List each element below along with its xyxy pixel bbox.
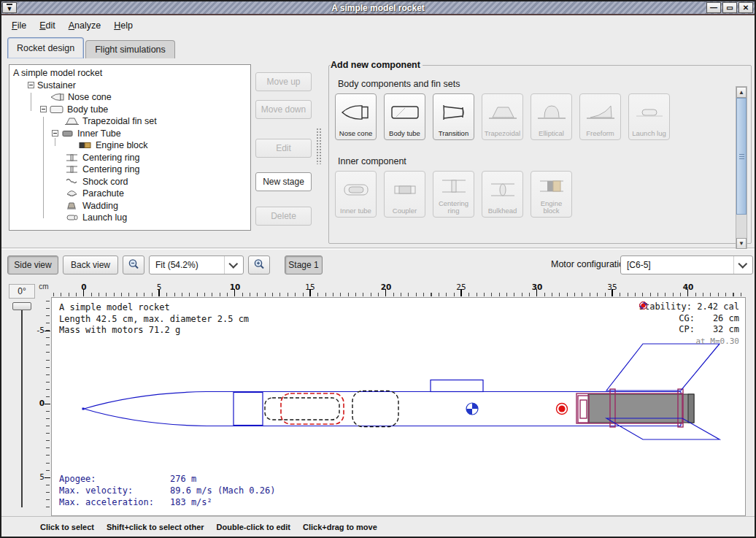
bulkhead-icon [487, 174, 519, 205]
menu-analyze[interactable]: Analyze [63, 19, 107, 32]
move-down-button[interactable]: Move down [255, 100, 312, 119]
tab-flight-simulations[interactable]: Flight simulations [85, 40, 175, 58]
edit-button[interactable]: Edit [255, 139, 312, 158]
add-inner-tube-button[interactable]: Inner tube [335, 171, 377, 218]
add-coupler-button[interactable]: Coupler [384, 171, 425, 218]
add-elliptical-fin-button[interactable]: Elliptical [531, 93, 572, 140]
launch-lug-icon [633, 96, 666, 128]
motor-configuration-value: [C6-5] [621, 260, 733, 270]
tab-rocket-design[interactable]: Rocket design [7, 37, 84, 58]
zoom-select[interactable]: Fit (54.2%) [149, 255, 244, 274]
tree-item-shock-cord[interactable]: Shock cord [9, 176, 250, 188]
menu-help[interactable]: Help [108, 19, 139, 32]
add-launch-lug-button[interactable]: Launch lug [628, 93, 670, 140]
parachute[interactable] [352, 391, 398, 427]
scroll-up-icon[interactable]: ▲ [736, 87, 747, 98]
collapse-icon[interactable] [40, 106, 47, 112]
view-toolbar: Side view Back view Fit (54.2%) Stage 1 … [1, 249, 756, 280]
tree-item-fin-set[interactable]: Trapezoidal fin set [9, 115, 250, 128]
hint-shift-click: Shift+click to select other [107, 523, 204, 531]
tree-item-inner-tube[interactable]: Inner Tube [9, 128, 250, 140]
nose-cone-icon [340, 96, 372, 128]
ruler-label: 15 [299, 283, 321, 291]
window-title: A simple model rocket [1, 3, 755, 13]
scrollbar-thumb[interactable] [736, 98, 747, 215]
rotation-slider[interactable] [21, 304, 23, 507]
chevron-down-icon [733, 256, 752, 274]
minimize-button[interactable]: — [706, 2, 721, 13]
hint-click-drag: Click+drag to move [303, 523, 377, 531]
menu-file[interactable]: File [6, 19, 32, 32]
maximize-button[interactable]: ▭ [722, 2, 737, 13]
chevron-down-icon [224, 256, 243, 274]
stability-info: Stability: 2.42 cal CG: 26 cm CP: 32 cm … [639, 301, 739, 347]
hint-double-click: Double-click to edit [217, 523, 290, 531]
tree-item-sustainer[interactable]: Sustainer [9, 80, 250, 92]
magnifier-plus-icon [253, 258, 265, 270]
add-freeform-fin-button[interactable]: Freeform [579, 93, 621, 140]
add-centering-ring-button[interactable]: Centering ring [433, 171, 474, 218]
nose-cone-icon [50, 93, 65, 101]
new-stage-button[interactable]: New stage [255, 172, 312, 191]
body-components-label: Body components and fin sets [338, 79, 460, 89]
scroll-down-icon[interactable]: ▼ [736, 238, 747, 249]
add-transition-button[interactable]: Transition [433, 93, 474, 140]
add-nose-cone-button[interactable]: Nose cone [335, 93, 377, 140]
launch-lug-icon [65, 213, 80, 222]
stage-1-toggle[interactable]: Stage 1 [285, 255, 323, 274]
cp-icon [639, 301, 647, 310]
add-component-panel: Add new component Body components and fi… [328, 60, 752, 244]
component-tree[interactable]: A simple model rocket Sustainer Nose con… [9, 64, 251, 231]
rocket-design-panel: A simple model rocket Sustainer Nose con… [1, 58, 756, 248]
freeform-fin-icon [585, 96, 617, 128]
scrollbar[interactable]: ▲ ▼ [736, 86, 747, 250]
cp-marker [557, 404, 568, 415]
launch-lug[interactable] [431, 380, 483, 392]
cp-label: CP: [679, 324, 695, 336]
ruler-label: 20 [375, 283, 397, 291]
horizontal-ruler: 0 5 10 15 20 25 30 35 40 [51, 283, 746, 297]
tree-item-engine-block[interactable]: Engine block [9, 139, 250, 152]
tab-strip: Rocket design Flight simulations [1, 34, 755, 58]
tree-item-wadding[interactable]: Wadding [9, 200, 250, 212]
ruler-label: 0 [30, 399, 45, 407]
collapse-icon[interactable] [28, 82, 34, 88]
stability-value: Stability: 2.42 cal [639, 301, 739, 313]
tree-item-body-tube[interactable]: Body tube [9, 104, 250, 116]
collapse-icon[interactable] [52, 130, 58, 137]
engine-block-icon [78, 141, 93, 150]
motor-configuration-select[interactable]: [C6-5] [620, 255, 753, 274]
splitter-handle[interactable] [316, 128, 322, 164]
tree-item-centering-ring-2[interactable]: Centering ring [9, 164, 250, 176]
rocket-canvas[interactable]: A simple model rocket Length 42.5 cm, ma… [51, 297, 746, 516]
window-menu-button[interactable]: ▼ [2, 2, 17, 13]
move-up-button[interactable]: Move up [255, 72, 312, 91]
delete-button[interactable]: Delete [255, 207, 312, 226]
ruler-label: 30 [526, 283, 548, 291]
ruler-unit-label: cm [36, 283, 51, 297]
add-engine-block-button[interactable]: Engine block [531, 171, 572, 218]
side-view-button[interactable]: Side view [7, 255, 58, 274]
back-view-button[interactable]: Back view [63, 255, 118, 274]
rotation-slider-thumb[interactable] [12, 302, 31, 310]
vertical-ruler: -5 0 5 [36, 297, 51, 515]
zoom-in-button[interactable] [248, 255, 270, 274]
close-button[interactable]: ✕ [738, 2, 753, 13]
shock-cord[interactable] [265, 398, 339, 420]
add-body-tube-button[interactable]: Body tube [384, 93, 425, 140]
add-trapezoidal-fin-button[interactable]: Trapezoidal [482, 93, 523, 140]
body-components-row: Nose cone Body tube Transition [335, 93, 670, 140]
ruler-label: 5 [148, 283, 170, 291]
fin-upper[interactable] [606, 344, 720, 391]
tree-item-launch-lug[interactable]: Launch lug [9, 212, 250, 224]
parachute-icon [65, 189, 80, 198]
zoom-out-button[interactable] [123, 255, 144, 274]
inner-tube-icon [340, 174, 372, 205]
tree-item-nose-cone[interactable]: Nose cone [9, 91, 250, 104]
nose-shoulder[interactable] [234, 393, 263, 426]
tree-item-rocket[interactable]: A simple model rocket [9, 67, 250, 80]
tree-item-centering-ring-1[interactable]: Centering ring [9, 152, 250, 164]
tree-item-parachute[interactable]: Parachute [9, 188, 250, 200]
add-bulkhead-button[interactable]: Bulkhead [482, 171, 523, 218]
menu-edit[interactable]: Edit [34, 19, 61, 32]
